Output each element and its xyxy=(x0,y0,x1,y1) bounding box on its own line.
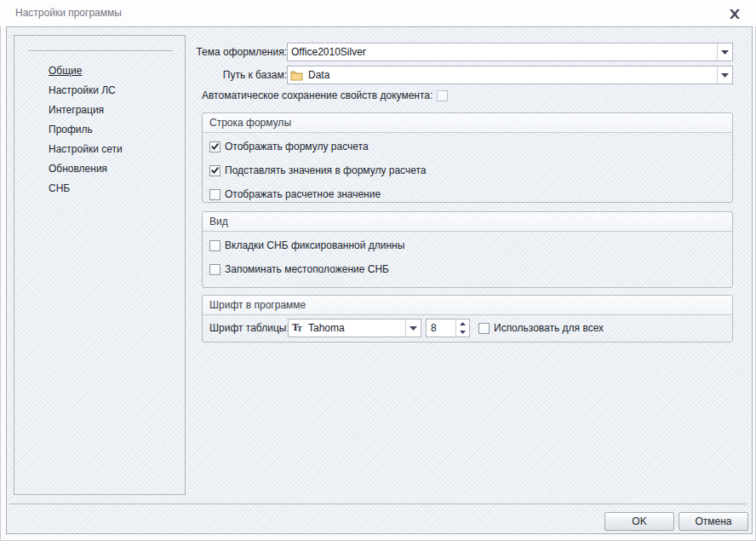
truetype-font-icon: TT xyxy=(291,322,305,334)
formula-substitute-row: Подставлять значения в формулу расчета xyxy=(209,163,725,178)
cancel-button[interactable]: Отмена xyxy=(679,512,748,531)
group-font-title: Шрифт в программе xyxy=(203,296,732,315)
font-size-value: 8 xyxy=(427,319,455,337)
autosave-label: Автоматическое сохранение свойств докуме… xyxy=(202,89,432,101)
db-path-value: Data xyxy=(303,69,717,81)
sidebar-separator xyxy=(28,50,173,51)
formula-show-label: Отображать формулу расчета xyxy=(225,141,369,153)
db-path-label: Путь к базам: xyxy=(223,69,287,81)
formula-show-checkbox[interactable] xyxy=(209,141,220,153)
theme-select[interactable]: Office2010Silver xyxy=(287,43,733,61)
ok-button[interactable]: OK xyxy=(604,512,674,531)
sidebar-item-obschie[interactable]: Общие xyxy=(14,61,185,81)
snb-fixed-tabs-checkbox[interactable] xyxy=(209,240,220,251)
content-area: Общие Настройки ЛС Интеграция Профиль На… xyxy=(6,26,753,534)
use-for-all-checkbox[interactable] xyxy=(478,323,490,334)
snb-fixed-tabs-row: Вкладки СНБ фиксированной длинны xyxy=(209,238,725,253)
table-font-select[interactable]: TT Tahoma xyxy=(288,319,421,337)
font-size-stepper[interactable]: 8 xyxy=(426,319,470,337)
chevron-down-icon[interactable] xyxy=(405,319,421,337)
footer: OK Отмена xyxy=(7,512,748,531)
db-path-select[interactable]: Data xyxy=(287,66,733,84)
dialog-title: Настройки программы xyxy=(15,7,122,19)
chevron-down-icon[interactable] xyxy=(717,66,732,83)
formula-substitute-label: Подставлять значения в формулу расчета xyxy=(225,164,427,176)
snb-remember-position-row: Запоминать местоположение СНБ xyxy=(209,262,725,277)
close-icon[interactable] xyxy=(728,8,742,20)
autosave-checkbox[interactable] xyxy=(437,90,448,101)
group-view-title: Вид xyxy=(203,212,732,232)
group-formula-bar: Строка формулы Отображать формулу расчет… xyxy=(202,112,733,203)
group-formula-title: Строка формулы xyxy=(203,113,732,133)
formula-calculated-label: Отображать расчетное значение xyxy=(225,188,381,200)
settings-dialog: Настройки программы Общие Настройки ЛС И… xyxy=(0,0,756,541)
formula-show-row: Отображать формулу расчета xyxy=(209,139,725,154)
formula-calculated-row: Отображать расчетное значение xyxy=(209,187,725,202)
formula-calculated-checkbox[interactable] xyxy=(209,189,220,200)
sidebar-item-snb[interactable]: СНБ xyxy=(14,179,185,199)
autosave-row: Автоматическое сохранение свойств докуме… xyxy=(202,89,448,101)
table-font-label: Шрифт таблицы: xyxy=(209,322,289,334)
use-for-all-row: Использовать для всех xyxy=(478,322,604,334)
sidebar-item-integraciya[interactable]: Интеграция xyxy=(14,101,185,120)
group-view: Вид Вкладки СНБ фиксированной длинны Зап… xyxy=(202,211,733,288)
sidebar-item-obnovleniya[interactable]: Обновления xyxy=(14,159,185,179)
sidebar-item-profil[interactable]: Профиль xyxy=(14,120,185,140)
folder-icon xyxy=(290,70,303,81)
sidebar-item-nastroyki-ls[interactable]: Настройки ЛС xyxy=(14,81,185,101)
theme-value: Office2010Silver xyxy=(288,46,717,58)
snb-fixed-tabs-label: Вкладки СНБ фиксированной длинны xyxy=(225,239,404,251)
footer-separator xyxy=(9,504,747,504)
main-panel: Тема оформления: Office2010Silver Путь к… xyxy=(202,27,733,535)
group-font: Шрифт в программе Шрифт таблицы: TT Taho… xyxy=(202,295,733,342)
spinner-down-icon[interactable] xyxy=(456,328,469,337)
sidebar-item-nastroyki-seti[interactable]: Настройки сети xyxy=(14,140,185,159)
titlebar: Настройки программы xyxy=(0,0,756,26)
sidebar: Общие Настройки ЛС Интеграция Профиль На… xyxy=(14,35,186,495)
theme-label: Тема оформления: xyxy=(196,46,287,58)
snb-remember-position-checkbox[interactable] xyxy=(209,264,220,275)
chevron-down-icon[interactable] xyxy=(717,43,732,60)
use-for-all-label: Использовать для всех xyxy=(494,322,604,334)
spinner-up-icon[interactable] xyxy=(456,319,469,328)
formula-substitute-checkbox[interactable] xyxy=(209,165,220,176)
snb-remember-position-label: Запоминать местоположение СНБ xyxy=(225,263,389,275)
table-font-value: Tahoma xyxy=(305,322,405,334)
